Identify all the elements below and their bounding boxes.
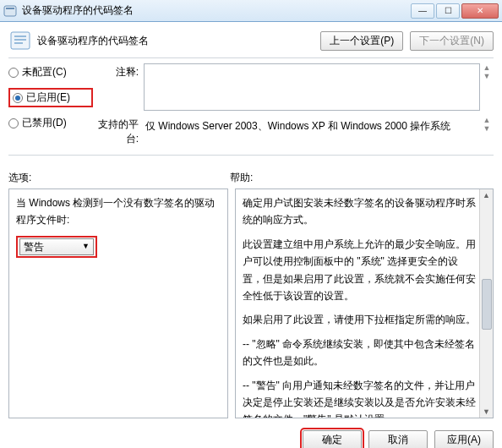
options-text: 当 Windows 检测到一个没有数字签名的驱动程序文件时: bbox=[16, 194, 221, 229]
svg-rect-2 bbox=[11, 32, 30, 49]
highlight-select: 警告 ▼ bbox=[16, 236, 97, 258]
comment-label: 注释: bbox=[93, 63, 144, 79]
help-p1: 确定用户试图安装未经数字签名的设备驱动程序时系统的响应方式。 bbox=[243, 194, 477, 229]
radio-not-configured[interactable]: 未配置(C) bbox=[8, 65, 93, 79]
scroll-up-icon: ▲ bbox=[483, 189, 490, 201]
policy-icon bbox=[8, 29, 32, 52]
svg-rect-0 bbox=[4, 6, 16, 16]
help-heading: 帮助: bbox=[230, 171, 253, 185]
radio-disabled[interactable]: 已禁用(D) bbox=[8, 116, 93, 130]
svg-rect-1 bbox=[6, 8, 14, 9]
minimize-button[interactable]: — bbox=[411, 3, 434, 19]
options-heading: 选项: bbox=[8, 171, 230, 185]
platform-scroll: ▲▼ bbox=[480, 116, 494, 133]
next-setting-button: 下一个设置(N) bbox=[410, 31, 494, 51]
radio-label: 未配置(C) bbox=[22, 65, 67, 79]
radio-enabled[interactable]: 已启用(E) bbox=[13, 90, 89, 105]
apply-button[interactable]: 应用(A) bbox=[434, 430, 494, 448]
comment-textarea[interactable] bbox=[144, 63, 480, 111]
scroll-thumb[interactable] bbox=[482, 279, 492, 330]
radio-icon bbox=[8, 118, 19, 128]
select-value: 警告 bbox=[24, 238, 44, 255]
scroll-down-icon: ▼ bbox=[483, 406, 490, 418]
window-controls: — ☐ ✕ bbox=[409, 3, 499, 19]
radio-label: 已启用(E) bbox=[26, 90, 70, 105]
response-select[interactable]: 警告 ▼ bbox=[19, 238, 94, 255]
close-button[interactable]: ✕ bbox=[461, 3, 499, 19]
platform-row: 支持的平台: 仅 Windows Server 2003、Windows XP … bbox=[93, 116, 494, 146]
divider bbox=[8, 155, 494, 156]
highlight-enabled: 已启用(E) bbox=[8, 88, 93, 107]
ok-button[interactable]: 确定 bbox=[303, 430, 362, 448]
comment-scroll: ▲▼ bbox=[480, 63, 494, 80]
page-title: 设备驱动程序的代码签名 bbox=[37, 34, 320, 48]
app-icon bbox=[3, 4, 17, 18]
radio-icon bbox=[13, 93, 23, 103]
help-p5: -- "警告" 向用户通知未经数字签名的文件，并让用户决定是停止安装还是继续安装… bbox=[243, 377, 477, 418]
radio-label: 已禁用(D) bbox=[22, 116, 67, 130]
radio-icon bbox=[8, 68, 19, 78]
help-scrollbar[interactable]: ▲ ▼ bbox=[479, 189, 493, 418]
help-p2: 此设置建立组中用户系统上允许的最少安全响应。用户可以使用控制面板中的 "系统" … bbox=[243, 236, 477, 305]
help-p3: 如果启用了此设置，请使用下拉框指定所需的响应。 bbox=[243, 311, 477, 328]
options-panel: 当 Windows 检测到一个没有数字签名的驱动程序文件时: 警告 ▼ bbox=[8, 188, 228, 418]
chevron-down-icon: ▼ bbox=[82, 240, 90, 253]
cancel-button[interactable]: 取消 bbox=[368, 430, 428, 448]
title-bar: 设备驱动程序的代码签名 — ☐ ✕ bbox=[0, 0, 502, 22]
help-p4: -- "忽略" 命令系统继续安装，即使其中包含未经签名的文件也是如此。 bbox=[243, 336, 477, 370]
header: 设备驱动程序的代码签名 上一个设置(P) 下一个设置(N) bbox=[8, 29, 494, 52]
window-title: 设备驱动程序的代码签名 bbox=[22, 3, 409, 18]
comment-row: 注释: ▲▼ bbox=[93, 63, 494, 111]
prev-setting-button[interactable]: 上一个设置(P) bbox=[320, 31, 403, 51]
maximize-button[interactable]: ☐ bbox=[436, 3, 460, 19]
platform-label: 支持的平台: bbox=[93, 116, 144, 146]
help-panel: 确定用户试图安装未经数字签名的设备驱动程序时系统的响应方式。 此设置建立组中用户… bbox=[235, 188, 494, 418]
divider bbox=[8, 57, 494, 58]
dialog-footer: 确定 取消 应用(A) bbox=[0, 423, 502, 448]
state-radios: 未配置(C) 已启用(E) 已禁用(D) bbox=[8, 63, 93, 130]
platform-value: 仅 Windows Server 2003、Windows XP 和 Windo… bbox=[144, 116, 480, 137]
